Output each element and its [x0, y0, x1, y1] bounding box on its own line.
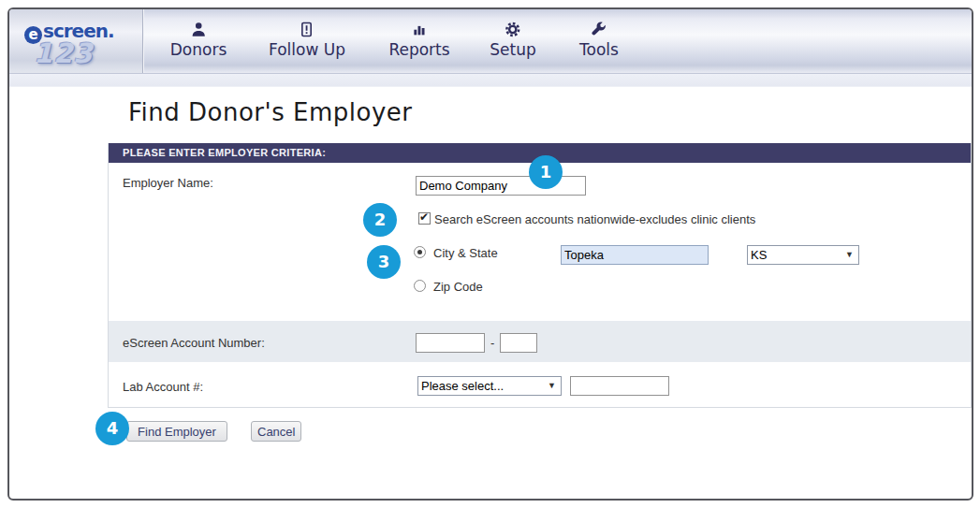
nav-label-reports: Reports — [388, 40, 449, 59]
nationwide-checkbox[interactable] — [418, 212, 431, 225]
app-window: escreen. 123 Donors Follow Up Reports — [7, 7, 973, 501]
nav-item-donors[interactable]: Donors — [170, 22, 227, 59]
nav-label-donors: Donors — [170, 40, 227, 59]
account-number-label: eScreen Account Number: — [123, 336, 265, 350]
bar-chart-icon — [412, 22, 428, 37]
nav-item-tools[interactable]: Tools — [579, 22, 619, 59]
lab-account-select[interactable]: Please select... — [417, 376, 562, 396]
nav-label-setup: Setup — [490, 40, 535, 59]
annotation-step-3: 3 — [367, 245, 401, 279]
annotation-step-4: 4 — [95, 412, 129, 445]
city-input[interactable] — [561, 245, 709, 265]
annotation-step-1: 1 — [529, 155, 563, 189]
wrench-icon — [591, 22, 607, 37]
employer-name-label: Employer Name: — [123, 176, 213, 190]
lab-account-label: Lab Account #: — [123, 380, 203, 394]
nav-label-follow-up: Follow Up — [269, 40, 345, 59]
nationwide-checkbox-label: Search eScreen accounts nationwide-exclu… — [434, 212, 755, 226]
lab-account-input[interactable] — [570, 376, 669, 396]
alert-document-icon — [300, 22, 315, 37]
account-number-input-1[interactable] — [416, 333, 485, 353]
navbar-shadow-strip — [9, 74, 972, 87]
person-icon — [190, 22, 206, 37]
city-state-radio[interactable] — [414, 246, 426, 258]
state-select[interactable]: KS — [747, 245, 859, 265]
account-number-separator: - — [490, 336, 494, 350]
find-employer-button[interactable]: Find Employer — [126, 421, 227, 442]
annotation-step-2: 2 — [363, 203, 397, 237]
brand-logo[interactable]: escreen. 123 — [9, 9, 143, 73]
page-title: Find Donor's Employer — [128, 98, 412, 126]
account-number-input-2[interactable] — [500, 333, 537, 353]
top-navbar: escreen. 123 Donors Follow Up Reports — [9, 9, 972, 74]
zip-code-radio-label: Zip Code — [433, 280, 483, 294]
cancel-button[interactable]: Cancel — [251, 421, 301, 442]
state-select-value: KS — [751, 248, 767, 262]
gear-icon — [505, 22, 520, 37]
lab-account-select-value: Please select... — [421, 379, 504, 393]
logo-123: 123 — [34, 37, 94, 69]
nav-label-tools: Tools — [579, 40, 619, 59]
city-state-radio-label: City & State — [433, 246, 498, 260]
nav-item-follow-up[interactable]: Follow Up — [269, 22, 345, 59]
nav-item-setup[interactable]: Setup — [490, 22, 535, 59]
zip-code-radio[interactable] — [414, 280, 426, 292]
nav-item-reports[interactable]: Reports — [388, 22, 449, 59]
